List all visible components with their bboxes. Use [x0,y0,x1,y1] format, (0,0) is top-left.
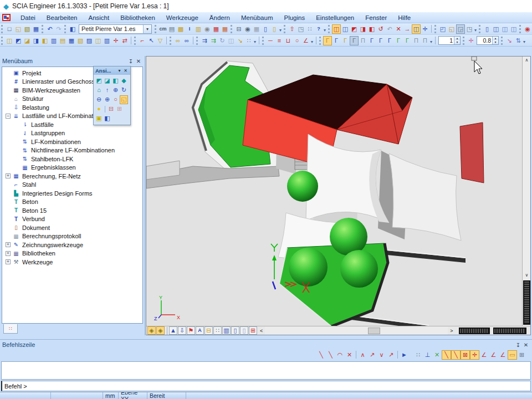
window-tile-h-icon[interactable]: ◫ [500,24,509,34]
toolbar-grip[interactable] [501,37,504,45]
new-project-icon[interactable]: □ [5,24,14,34]
rotate-view-icon[interactable]: ↻ [120,86,128,95]
toolbar-overflow-icon[interactable]: ▾ [474,28,477,33]
layers-icon[interactable]: ▤ [167,24,176,34]
snap-midpoint-icon[interactable]: ╲ [442,350,451,360]
tree-item-ergebnisklassen[interactable]: ▦Ergebnisklassen [2,163,142,172]
zoom-in-icon[interactable]: ⊕ [111,86,120,95]
scale-geometry-icon[interactable]: ↘ [236,36,244,45]
polyline-edit-icon[interactable]: ⌐ [138,36,147,45]
scroll-left-icon[interactable]: < [258,328,265,334]
menu-ansicht[interactable]: Ansicht [83,13,115,22]
snap-endpoint-icon[interactable]: ╲ [451,350,461,360]
print-view-icon[interactable]: ⊟ [204,326,213,335]
disconnect-members-icon[interactable]: ◩ [14,36,23,45]
activity-one-icon[interactable]: ◫ [412,24,421,34]
tree-item-beton[interactable]: TBeton [2,198,142,207]
menu-hilfe[interactable]: Hilfe [392,13,416,22]
window-tile-v-icon[interactable]: ◫ [509,24,518,34]
copy-icon[interactable]: ⇉ [209,36,218,45]
view-home-icon[interactable]: ⌂ [95,86,103,95]
print-preview-icon[interactable]: ◉ [243,24,252,34]
expand-icon[interactable]: + [6,259,11,264]
snap-arc-icon[interactable]: ◠ [335,350,345,360]
snap-intersection-icon[interactable]: ⊠ [461,350,470,360]
intersect-icon[interactable]: ▧ [76,36,85,45]
view-top-icon[interactable]: ◩ [95,76,103,85]
tree-item-lastgruppen[interactable]: ⇃Lastgruppen [2,129,142,138]
dimension-line-icon[interactable]: ─ [266,36,275,45]
tree-item-nichtlineare-lf-kombinationen[interactable]: ⇅Nichtlineare LF-Kombinationen [2,146,142,155]
show-loads-icon[interactable]: ⇩ [178,326,186,335]
draw-angle-icon[interactable]: ∠ [301,36,310,45]
menu-ndern[interactable]: Ändern [204,13,236,22]
view-palette-header[interactable]: Ansi... ▾ ✕ [94,66,130,75]
snap-direction-icon[interactable]: ↗ [367,350,377,360]
wireframe-mode-icon[interactable]: ◈ [156,326,165,335]
command-history[interactable] [1,361,531,380]
scia-app-icon[interactable] [2,14,11,21]
snap-tangent-icon[interactable]: ∠ [479,350,489,360]
preview-zoom-icon[interactable]: ◳ [296,24,305,34]
tree-item-berechnung-fe-netz[interactable]: +▦Berechnung, FE-Netz [2,172,142,181]
combo-dropdown-icon[interactable]: ▾ [143,25,151,33]
toolbar-grip[interactable] [284,25,287,33]
deform-scale-icon[interactable]: ↘ [505,36,514,45]
colors-icon[interactable]: ▣ [95,114,103,123]
undo-icon[interactable]: ↶ [45,24,54,34]
toolbar-grip[interactable] [155,25,157,33]
show-dot-grid-icon[interactable]: ∷ [213,326,222,335]
toolbar-grip[interactable] [319,37,322,45]
zoom-selection-icon[interactable]: ○ [111,95,120,104]
mirror-icon[interactable]: ◫ [227,36,236,45]
stripe-control-2[interactable] [493,328,526,334]
viewport-3d-scene[interactable]: Y X Z [146,57,522,326]
beam-type-default-icon[interactable]: Γ [323,36,332,45]
view-print-icon[interactable]: ⊟ [107,105,115,114]
extend-icon[interactable]: ▥ [49,36,58,45]
menu-menbaum[interactable]: Menübaum [236,13,279,22]
cross-link-icon[interactable]: ✛ [111,36,120,45]
menutree-tab[interactable]: ∷ [3,324,18,334]
center-target-icon[interactable]: ✛ [421,24,429,34]
viewport-vscrollbar[interactable]: ∧ ∨ [522,57,530,326]
activity-by-layer-icon[interactable]: ◫ [332,24,341,34]
activity-previous-icon[interactable]: ↶ [385,24,394,34]
walk-mode-icon[interactable]: ↑ [103,86,111,95]
dot-grid-icon[interactable]: ∷ [305,24,314,34]
light-icon[interactable]: ● [95,105,103,114]
save-all-icon[interactable]: ▧ [23,24,32,34]
activity-workplane-icon[interactable]: ◫ [341,24,350,34]
snap-ortho-icon[interactable]: ⊥ [423,350,432,360]
cross-sections-icon[interactable]: I [185,24,194,34]
menu-werkzeuge[interactable]: Werkzeuge [161,13,204,22]
expand-icon[interactable]: + [6,242,11,247]
connect-members-icon[interactable]: ◫ [5,36,14,45]
tree-item-beton-15[interactable]: TBeton 15 [2,206,142,215]
toolbar-grip[interactable] [196,37,199,45]
beam-type-3-icon[interactable]: Γ [350,36,359,45]
snap-delete-icon[interactable]: ✕ [345,350,354,360]
activity-restore-icon[interactable]: ↺ [376,24,385,34]
import-icon[interactable]: ⇧ [288,24,296,34]
toolbar-grip[interactable] [519,25,522,33]
spinner-down-icon[interactable]: ▾ [493,40,498,44]
beam-type-2-icon[interactable]: Γ [341,36,350,45]
collapse-icon[interactable]: − [6,114,11,119]
zoom-window-icon[interactable]: ⊕ [103,95,111,104]
scroll-up-icon[interactable]: ∧ [523,57,531,64]
activity-forward-icon[interactable]: → [403,24,412,34]
close-all-viewports-icon[interactable]: ◧ [68,24,77,34]
view-front-icon[interactable]: ◪ [103,76,111,85]
beam-type-9-icon[interactable]: Γ [403,36,412,45]
picture-export-icon[interactable]: ▯ [240,326,248,335]
tree-item-zeichnungswerkzeuge[interactable]: +✎Zeichnungswerkzeuge [2,241,142,249]
snap-point-icon[interactable]: ✛ [470,350,479,360]
beam-type-1-icon[interactable]: Γ [332,36,341,45]
menu-bearbeiten[interactable]: Bearbeiten [41,13,83,22]
tree-item-berechnungsprotokoll[interactable]: ▦Berechnungsprotokoll [2,232,142,241]
redo-icon[interactable]: ↷ [54,24,63,34]
scroll-right-icon[interactable]: > [448,328,455,334]
catalog-blocks-icon[interactable]: ▥ [194,24,203,34]
zoom-out-icon[interactable]: ⊖ [95,95,103,104]
